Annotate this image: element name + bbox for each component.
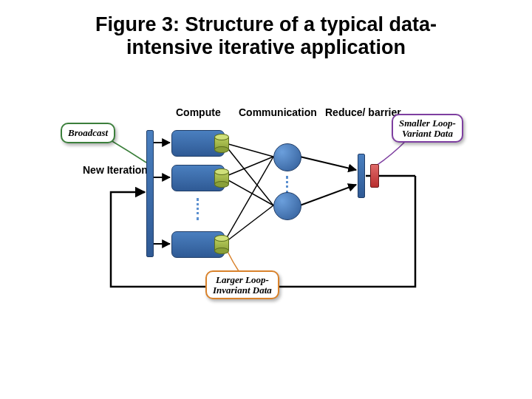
broadcast-bar xyxy=(146,130,154,257)
ellipsis-icon xyxy=(197,198,199,220)
callout-text-l2: Variant Data xyxy=(402,128,453,139)
ellipsis-icon xyxy=(286,176,288,194)
title-line-2: intensive iterative application xyxy=(126,36,406,58)
svg-line-3 xyxy=(223,143,273,157)
callout-text-l2: Invariant Data xyxy=(213,284,272,296)
callout-larger-loop: Larger Loop- Invariant Data xyxy=(205,270,279,299)
callout-text: Broadcast xyxy=(68,127,108,138)
svg-line-8 xyxy=(223,205,273,244)
figure-title: Figure 3: Structure of a typical data- i… xyxy=(0,0,532,59)
cylinder-icon xyxy=(214,171,228,187)
svg-line-7 xyxy=(223,157,273,244)
svg-line-10 xyxy=(300,185,356,205)
callout-smaller-loop: Smaller Loop- Variant Data xyxy=(392,114,463,143)
title-line-1: Figure 3: Structure of a typical data- xyxy=(95,13,437,35)
variant-data-bar xyxy=(370,164,379,188)
reduce-bar xyxy=(358,154,365,198)
diagram-stage: Compute Communication Reduce/ barrier Ne… xyxy=(59,96,473,347)
cylinder-icon xyxy=(214,136,228,152)
callout-broadcast: Broadcast xyxy=(61,123,115,143)
cylinder-icon xyxy=(214,237,228,253)
communication-node xyxy=(273,143,301,171)
communication-node xyxy=(273,192,301,220)
svg-line-9 xyxy=(300,157,356,170)
